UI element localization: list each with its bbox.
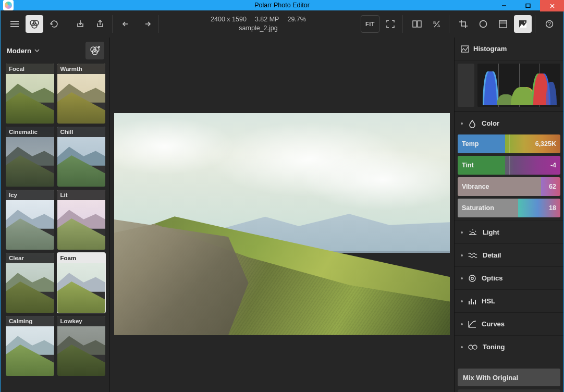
window-titlebar: Polarr Photo Editor <box>0 0 564 10</box>
section-color[interactable]: Color <box>455 112 563 134</box>
filter-card-chill[interactable]: Chill <box>57 127 106 187</box>
import-button[interactable] <box>71 15 89 33</box>
histogram-icon <box>461 45 469 53</box>
section-detail[interactable]: Detail <box>455 243 563 266</box>
adjustments-sidebar: Histogram <box>454 38 563 392</box>
slider-vibrance-value: 62 <box>549 183 556 190</box>
histogram[interactable] <box>455 60 563 112</box>
svg-rect-18 <box>499 20 507 28</box>
svg-rect-19 <box>499 20 507 24</box>
filter-card-clear[interactable]: Clear <box>6 253 54 313</box>
filter-card-calming[interactable]: Calming <box>6 316 54 376</box>
section-hsl[interactable]: HSL <box>455 289 563 312</box>
svg-point-23 <box>546 21 553 28</box>
export-button[interactable] <box>91 15 109 33</box>
histogram-label: Histogram <box>473 45 507 53</box>
filter-card-lit[interactable]: Lit <box>57 190 106 250</box>
filters-panel-button[interactable] <box>26 15 43 33</box>
svg-point-35 <box>471 277 473 279</box>
filter-label: Cinematic <box>6 127 54 137</box>
filter-card-foam[interactable]: Foam <box>57 253 106 313</box>
section-hsl-label: HSL <box>482 297 495 305</box>
svg-point-27 <box>92 50 97 55</box>
filename: sample_2.jpg <box>161 24 355 33</box>
slider-temp[interactable]: Temp 6,325K <box>458 134 560 153</box>
svg-rect-13 <box>418 21 421 27</box>
filter-card-focal[interactable]: Focal <box>6 64 54 124</box>
before-after-button[interactable]: BA <box>428 15 446 33</box>
svg-rect-12 <box>413 21 416 27</box>
section-detail-label: Detail <box>483 251 501 259</box>
filter-label: Lowkey <box>57 316 106 326</box>
slider-saturation-value: 18 <box>549 204 556 212</box>
svg-point-26 <box>94 47 99 52</box>
bullet-icon <box>461 277 463 279</box>
svg-rect-20 <box>519 20 526 28</box>
slider-temp-value: 6,325K <box>535 140 556 148</box>
droplet-icon <box>468 119 476 128</box>
image-dimensions: 2400 x 1590 <box>211 15 247 24</box>
svg-point-22 <box>524 21 525 22</box>
bullet-icon <box>461 254 463 256</box>
filter-label: Icy <box>6 190 54 200</box>
filter-category-label: Modern <box>7 47 31 55</box>
section-toning-label: Toning <box>483 343 505 351</box>
filter-label: Calming <box>6 316 54 326</box>
app-title: Polarr Photo Editor <box>0 2 564 9</box>
section-light[interactable]: Light <box>455 220 563 243</box>
redo-button[interactable] <box>138 15 155 33</box>
adjustments-panel-button[interactable] <box>514 15 532 33</box>
toning-icon <box>468 344 477 350</box>
gradient-mask-button[interactable] <box>494 15 512 33</box>
window-close-button[interactable] <box>540 0 564 11</box>
filter-label: Focal <box>6 64 54 74</box>
help-button[interactable]: ? <box>541 15 558 33</box>
toolbar-info: 2400 x 1590 3.82 MP 29.7% sample_2.jpg <box>161 15 355 33</box>
slider-tint[interactable]: Tint -4 <box>458 156 560 175</box>
slider-tint-label: Tint <box>462 162 474 169</box>
filter-card-cinematic[interactable]: Cinematic <box>6 127 54 187</box>
add-filter-button[interactable] <box>85 42 104 59</box>
image-preview-area[interactable] <box>110 38 454 392</box>
fit-button[interactable]: FIT <box>361 15 379 33</box>
radial-mask-button[interactable] <box>474 15 492 33</box>
undo-button[interactable] <box>118 15 136 33</box>
menu-button[interactable] <box>6 15 23 33</box>
compare-side-button[interactable] <box>408 15 426 33</box>
bars-icon <box>468 298 476 305</box>
filter-category-dropdown[interactable]: Modern <box>7 47 85 55</box>
svg-line-32 <box>470 231 471 232</box>
window-maximize-button[interactable] <box>516 0 540 11</box>
svg-marker-21 <box>519 22 526 28</box>
filter-label: Foam <box>57 253 106 263</box>
section-optics[interactable]: Optics <box>455 266 563 289</box>
waves-icon <box>468 252 477 259</box>
sun-horizon-icon <box>468 229 477 236</box>
mix-with-original-button[interactable]: Mix With Original <box>458 369 560 386</box>
window-minimize-button[interactable] <box>492 0 516 11</box>
filter-card-lowkey[interactable]: Lowkey <box>57 316 106 376</box>
slider-vibrance[interactable]: Vibrance 62 <box>458 177 560 196</box>
svg-line-3 <box>550 4 554 8</box>
svg-text:A: A <box>437 23 440 28</box>
main-toolbar: 2400 x 1590 3.82 MP 29.7% sample_2.jpg F… <box>1 10 563 38</box>
filter-card-icy[interactable]: Icy <box>6 190 54 250</box>
svg-point-17 <box>480 21 487 28</box>
filter-label: Lit <box>57 190 106 200</box>
svg-point-25 <box>91 47 96 52</box>
reset-adjustments-button[interactable]: Reset Adjustments <box>458 389 560 392</box>
filter-label: Warmth <box>57 64 106 74</box>
svg-text:B: B <box>433 20 436 25</box>
image-preview <box>114 113 450 335</box>
section-curves[interactable]: Curves <box>455 312 563 335</box>
histogram-black-clip[interactable] <box>458 64 474 107</box>
filter-card-warmth[interactable]: Warmth <box>57 64 106 124</box>
history-button[interactable] <box>45 15 63 33</box>
lens-icon <box>468 274 476 283</box>
fullscreen-button[interactable] <box>382 15 399 33</box>
image-megapixels: 3.82 MP <box>255 15 279 24</box>
slider-saturation[interactable]: Saturation 18 <box>458 199 560 217</box>
crop-button[interactable] <box>455 15 472 33</box>
slider-vibrance-label: Vibrance <box>462 183 489 190</box>
section-toning[interactable]: Toning <box>455 335 563 358</box>
